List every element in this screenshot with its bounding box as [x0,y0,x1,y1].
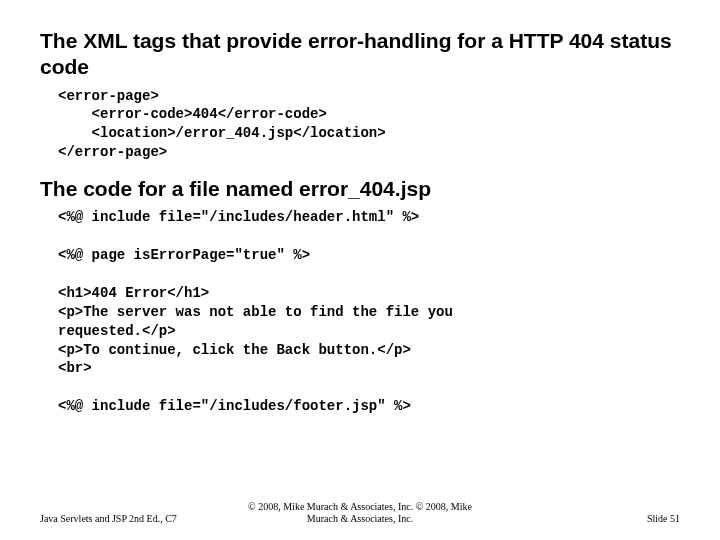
code-xml-error-page: <error-page> <error-code>404</error-code… [58,87,680,163]
footer-copyright: © 2008, Mike Murach & Associates, Inc. ©… [0,501,720,524]
slide-content: The XML tags that provide error-handling… [0,0,720,416]
heading-xml-tags: The XML tags that provide error-handling… [40,28,680,81]
footer-slide-number: Slide 51 [647,513,680,524]
footer-copyright-line1: © 2008, Mike Murach & Associates, Inc. ©… [248,501,472,512]
code-error404-jsp: <%@ include file="/includes/header.html"… [58,208,680,416]
heading-jsp-file: The code for a file named error_404.jsp [40,176,680,202]
footer-copyright-line2: Murach & Associates, Inc. [307,513,413,524]
